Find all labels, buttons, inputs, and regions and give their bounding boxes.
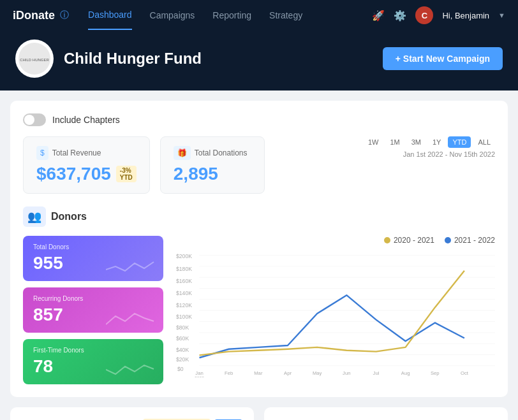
revenue-svg-chart: $200K $180K $160K $140K $120K $100K $80K…: [176, 250, 495, 377]
header: iDonate ⓘ Dashboard Campaigns Reporting …: [0, 0, 518, 31]
start-campaign-button[interactable]: + Start New Campaign: [383, 47, 503, 70]
svg-text:$160K: $160K: [176, 278, 192, 284]
rocket-icon[interactable]: 🚀: [372, 10, 385, 22]
nav-dashboard[interactable]: Dashboard: [88, 1, 132, 30]
time-btn-1y[interactable]: 1Y: [428, 136, 445, 148]
nav-campaigns[interactable]: Campaigns: [150, 1, 195, 29]
org-logo: CHILD HUNGER: [15, 40, 54, 78]
donors-header: 👥 Donors: [23, 206, 495, 227]
gear-icon[interactable]: ⚙️: [394, 10, 406, 22]
total-donations-card: 🎁 Total Donations 2,895: [160, 136, 265, 194]
svg-text:2022: 2022: [195, 376, 204, 377]
revenue-channel-card: Revenue By Channel Jan 1st 2022 - Nov 15…: [264, 407, 508, 420]
time-btn-all[interactable]: ALL: [473, 136, 495, 148]
dropdown-arrow-icon[interactable]: ▼: [498, 11, 505, 19]
date-range-text: Jan 1st 2022 - Nov 15th 2022: [364, 150, 495, 158]
total-revenue-value: $637,705: [36, 164, 111, 184]
legend-dot-2020: [384, 237, 390, 243]
svg-text:$60K: $60K: [176, 335, 189, 342]
avatar: C: [415, 6, 433, 24]
donors-section: Total Donors 955 Recurring Donors 857 Fi…: [23, 236, 495, 384]
revenue-chart: 2020 - 2021 2021 - 2022 $200K $180K $160…: [176, 236, 495, 384]
time-btn-1m[interactable]: 1M: [385, 136, 404, 148]
svg-text:Jul: Jul: [373, 370, 380, 376]
svg-text:Aug: Aug: [401, 370, 410, 376]
svg-text:$80K: $80K: [176, 324, 189, 331]
total-donors-sparkline: [106, 257, 157, 276]
svg-text:Oct: Oct: [461, 370, 469, 376]
svg-text:Apr: Apr: [284, 370, 292, 376]
svg-text:$20K: $20K: [176, 356, 189, 363]
legend-2020: 2020 - 2021: [384, 236, 434, 245]
time-btn-3m[interactable]: 3M: [407, 136, 426, 148]
chart-legend: 2020 - 2021 2021 - 2022: [176, 236, 495, 245]
include-chapters-toggle[interactable]: [23, 113, 46, 126]
active-campaigns-card: Active Campaigns (61) 🧪 4 tests running …: [10, 407, 254, 420]
dollar-icon: $: [36, 146, 48, 160]
svg-text:Feb: Feb: [225, 370, 233, 376]
svg-text:$0: $0: [177, 366, 184, 372]
svg-text:$180K: $180K: [176, 266, 192, 272]
info-icon[interactable]: ⓘ: [60, 10, 69, 21]
svg-text:$120K: $120K: [176, 302, 192, 308]
include-chapters-row: Include Chapters: [23, 113, 495, 126]
svg-text:$140K: $140K: [176, 290, 192, 296]
recurring-donors-sparkline: [106, 308, 157, 328]
total-revenue-card: $ Total Revenue $637,705 -3% YTD: [23, 136, 150, 194]
gift-icon: 🎁: [174, 146, 191, 160]
nav-reporting[interactable]: Reporting: [212, 1, 251, 29]
bottom-row: Active Campaigns (61) 🧪 4 tests running …: [10, 407, 508, 420]
firsttime-donors-sparkline: [106, 360, 157, 379]
app-logo: iDonate: [13, 9, 55, 22]
time-btn-1w[interactable]: 1W: [364, 136, 383, 148]
recurring-donors-label: Recurring Donors: [33, 295, 153, 302]
donors-icon: 👥: [23, 206, 46, 227]
firsttime-donors-label: First-Time Donors: [33, 347, 153, 354]
toggle-knob: [24, 115, 34, 125]
nav-strategy[interactable]: Strategy: [269, 1, 302, 29]
time-range-controls: 1W 1M 3M 1Y YTD ALL Jan 1st 2022 - Nov 1…: [364, 136, 495, 158]
header-right: 🚀 ⚙️ C Hi, Benjamin ▼: [372, 6, 505, 24]
total-donors-card: Total Donors 955: [23, 236, 163, 281]
time-range-buttons: 1W 1M 3M 1Y YTD ALL: [364, 136, 495, 148]
main-nav: Dashboard Campaigns Reporting Strategy: [88, 1, 372, 30]
total-revenue-badge: -3% YTD: [116, 166, 137, 182]
firsttime-donors-card: First-Time Donors 78: [23, 339, 163, 384]
svg-text:May: May: [313, 370, 322, 376]
total-donations-label: 🎁 Total Donations: [174, 146, 252, 160]
total-donors-label: Total Donors: [33, 243, 153, 250]
svg-text:CHILD HUNGER: CHILD HUNGER: [20, 58, 49, 62]
dashboard-card: Include Chapters $ Total Revenue $637,70…: [10, 101, 508, 397]
svg-text:Jan: Jan: [195, 370, 203, 376]
total-donations-value: 2,895: [174, 164, 218, 184]
legend-dot-2021: [445, 237, 451, 243]
svg-text:Sep: Sep: [431, 370, 440, 376]
org-bar: CHILD HUNGER Child Hunger Fund + Start N…: [0, 31, 518, 91]
svg-text:$100K: $100K: [176, 314, 192, 320]
donor-cards: Total Donors 955 Recurring Donors 857 Fi…: [23, 236, 163, 384]
svg-text:Mar: Mar: [254, 370, 263, 376]
user-greeting: Hi, Benjamin: [442, 11, 489, 20]
include-chapters-label: Include Chapters: [52, 115, 120, 125]
org-info: CHILD HUNGER Child Hunger Fund: [15, 40, 202, 78]
recurring-donors-card: Recurring Donors 857: [23, 287, 163, 333]
total-revenue-label: $ Total Revenue: [36, 146, 137, 160]
donors-section-title: Donors: [51, 211, 87, 222]
svg-text:Jun: Jun: [343, 370, 350, 376]
main-content: Include Chapters $ Total Revenue $637,70…: [0, 91, 518, 420]
time-btn-ytd[interactable]: YTD: [448, 136, 471, 148]
org-name: Child Hunger Fund: [64, 50, 202, 68]
svg-text:$40K: $40K: [176, 347, 189, 353]
legend-2021: 2021 - 2022: [445, 236, 495, 245]
svg-text:$200K: $200K: [176, 253, 192, 259]
org-logo-inner: CHILD HUNGER: [18, 43, 50, 75]
